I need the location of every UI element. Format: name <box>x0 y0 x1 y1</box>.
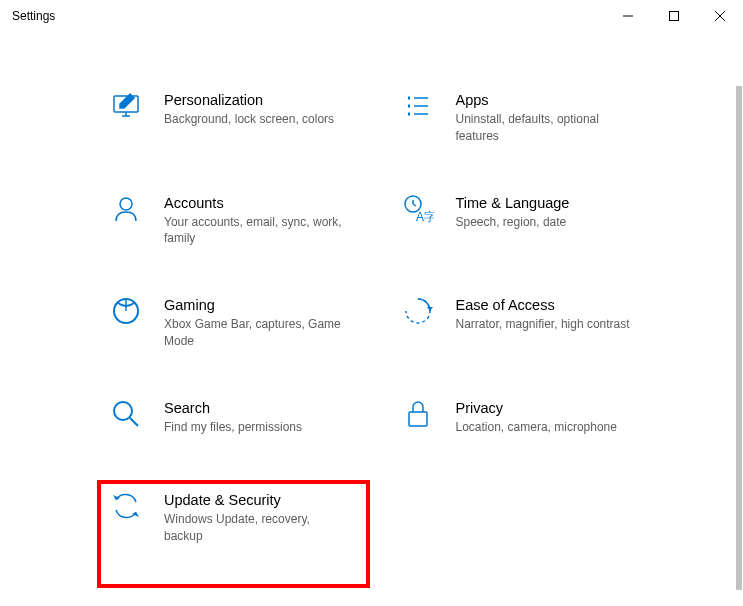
category-title: Personalization <box>164 92 334 108</box>
category-text: Personalization Background, lock screen,… <box>164 90 334 128</box>
search-icon <box>110 398 142 430</box>
category-desc: Uninstall, defaults, optional features <box>456 111 636 145</box>
personalization-icon <box>110 90 142 122</box>
minimize-button[interactable] <box>605 0 651 32</box>
svg-rect-22 <box>409 412 427 426</box>
category-text: Accounts Your accounts, email, sync, wor… <box>164 193 344 248</box>
accounts-icon <box>110 193 142 225</box>
category-desc: Your accounts, email, sync, work, family <box>164 214 344 248</box>
svg-rect-1 <box>670 12 679 21</box>
gaming-icon <box>110 295 142 327</box>
svg-point-20 <box>114 402 132 420</box>
maximize-button[interactable] <box>651 0 697 32</box>
svg-line-16 <box>413 204 416 206</box>
category-text: Update & Security Windows Update, recove… <box>164 490 344 545</box>
svg-line-21 <box>130 418 138 426</box>
category-accounts[interactable]: Accounts Your accounts, email, sync, wor… <box>100 185 382 256</box>
category-text: Apps Uninstall, defaults, optional featu… <box>456 90 636 145</box>
svg-point-13 <box>120 198 132 210</box>
privacy-icon <box>402 398 434 430</box>
window-title: Settings <box>12 9 55 23</box>
category-apps[interactable]: Apps Uninstall, defaults, optional featu… <box>392 82 674 153</box>
category-title: Time & Language <box>456 195 570 211</box>
close-button[interactable] <box>697 0 743 32</box>
category-title: Apps <box>456 92 636 108</box>
category-title: Search <box>164 400 302 416</box>
category-desc: Background, lock screen, colors <box>164 111 334 128</box>
settings-content: Personalization Background, lock screen,… <box>0 32 743 552</box>
category-desc: Find my files, permissions <box>164 419 302 436</box>
category-title: Update & Security <box>164 492 344 508</box>
time-language-icon: A字 <box>402 193 434 225</box>
category-desc: Xbox Game Bar, captures, Game Mode <box>164 316 344 350</box>
category-time-language[interactable]: A字 Time & Language Speech, region, date <box>392 185 674 256</box>
category-privacy[interactable]: Privacy Location, camera, microphone <box>392 390 674 450</box>
category-text: Privacy Location, camera, microphone <box>456 398 617 436</box>
category-gaming[interactable]: Gaming Xbox Game Bar, captures, Game Mod… <box>100 287 382 358</box>
window-controls <box>605 0 743 32</box>
category-text: Ease of Access Narrator, magnifier, high… <box>456 295 630 333</box>
category-title: Privacy <box>456 400 617 416</box>
category-text: Gaming Xbox Game Bar, captures, Game Mod… <box>164 295 344 350</box>
category-title: Accounts <box>164 195 344 211</box>
ease-of-access-icon <box>402 295 434 327</box>
scrollbar[interactable] <box>736 86 742 590</box>
category-ease-of-access[interactable]: Ease of Access Narrator, magnifier, high… <box>392 287 674 358</box>
category-desc: Narrator, magnifier, high contrast <box>456 316 630 333</box>
category-title: Gaming <box>164 297 344 313</box>
categories-grid: Personalization Background, lock screen,… <box>100 82 673 552</box>
category-text: Search Find my files, permissions <box>164 398 302 436</box>
category-desc: Speech, region, date <box>456 214 570 231</box>
category-personalization[interactable]: Personalization Background, lock screen,… <box>100 82 382 153</box>
category-update-security[interactable]: Update & Security Windows Update, recove… <box>100 482 382 553</box>
category-search[interactable]: Search Find my files, permissions <box>100 390 382 450</box>
apps-icon <box>402 90 434 122</box>
titlebar: Settings <box>0 0 743 32</box>
svg-marker-19 <box>427 307 433 311</box>
category-desc: Windows Update, recovery, backup <box>164 511 344 545</box>
update-security-icon <box>110 490 142 522</box>
category-desc: Location, camera, microphone <box>456 419 617 436</box>
category-title: Ease of Access <box>456 297 630 313</box>
svg-text:A字: A字 <box>416 210 434 224</box>
category-text: Time & Language Speech, region, date <box>456 193 570 231</box>
